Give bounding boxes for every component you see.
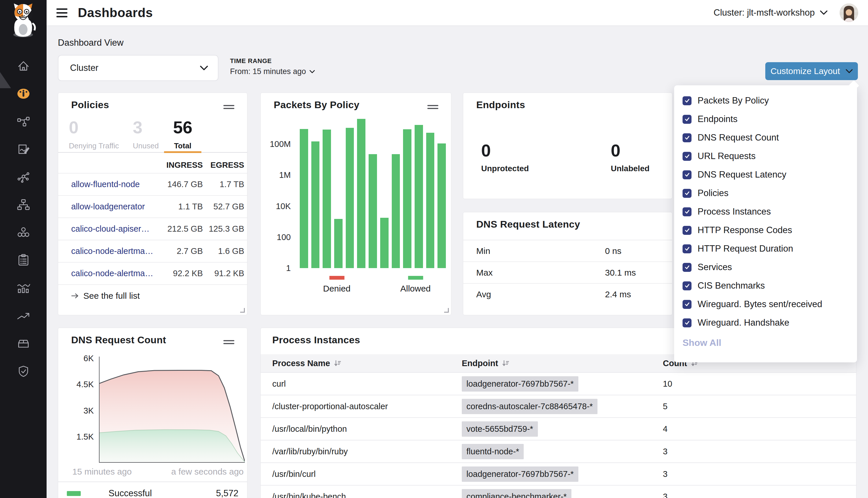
checkbox-checked-icon[interactable] bbox=[683, 263, 691, 272]
dropdown-item-10[interactable]: CIS Benchmarks bbox=[674, 276, 857, 295]
see-full-list-label: See the full list bbox=[83, 291, 140, 301]
divider bbox=[58, 152, 247, 153]
policy-link[interactable]: allow-loadgenerator bbox=[71, 202, 159, 211]
card-title: Endpoints bbox=[476, 99, 525, 110]
checkbox-checked-icon[interactable] bbox=[683, 115, 691, 124]
dropdown-item-7[interactable]: HTTP Response Codes bbox=[674, 221, 857, 239]
cluster-selector[interactable]: Cluster: jlt-msft-workshop bbox=[713, 8, 828, 18]
area-chart bbox=[99, 357, 245, 463]
sidebar-item-workloads[interactable] bbox=[0, 219, 47, 246]
y-tick: 4.5K bbox=[76, 380, 94, 389]
latency-value: 2.4 ms bbox=[605, 289, 631, 299]
dropdown-item-3[interactable]: URL Requests bbox=[674, 147, 857, 166]
checkbox-checked-icon[interactable] bbox=[683, 133, 691, 142]
endpoint-chip: loadgenerator-7697bb7567-* bbox=[462, 376, 578, 392]
allowed-bar bbox=[380, 218, 389, 268]
policy-link[interactable]: allow-fluentd-node bbox=[71, 180, 159, 189]
checkbox-checked-icon[interactable] bbox=[683, 244, 691, 253]
dropdown-item-5[interactable]: Policies bbox=[674, 184, 857, 202]
sort-icon[interactable] bbox=[334, 359, 341, 367]
dashboard-view-select[interactable]: Cluster bbox=[58, 55, 218, 81]
card-menu-icon[interactable] bbox=[427, 103, 440, 111]
time-range-control[interactable]: TIME RANGE From: 15 minutes ago bbox=[230, 57, 315, 76]
show-all-button[interactable]: Show All bbox=[683, 338, 721, 348]
column-header-process-name[interactable]: Process Name bbox=[272, 358, 341, 368]
x-label-end: a few seconds ago bbox=[171, 467, 244, 476]
policies-tab-total[interactable]: 56Total bbox=[164, 119, 202, 150]
sidebar-item-dashboards[interactable] bbox=[0, 80, 47, 108]
resize-handle[interactable] bbox=[444, 308, 449, 313]
policy-row: calico-cloud-apiserver-…212.5 GB125.3 GB bbox=[58, 218, 247, 240]
dropdown-item-9[interactable]: Services bbox=[674, 258, 857, 276]
service-graph-icon bbox=[16, 114, 31, 129]
policy-row: allow-fluentd-node146.7 GB1.7 TB bbox=[58, 173, 247, 195]
sidebar-item-policies[interactable] bbox=[0, 135, 47, 163]
policy-link[interactable]: calico-node-alertmana… bbox=[71, 268, 159, 278]
checkbox-checked-icon[interactable] bbox=[683, 189, 691, 198]
checkbox-checked-icon[interactable] bbox=[683, 207, 691, 216]
sidebar-item-alerts-trend[interactable] bbox=[0, 302, 47, 330]
policies-table: INGRESSEGRESSallow-fluentd-node146.7 GB1… bbox=[58, 157, 247, 306]
dropdown-item-12[interactable]: Wireguard. Handshake bbox=[674, 314, 857, 332]
sidebar-item-endpoints-tree[interactable] bbox=[0, 191, 47, 219]
active-tab-underline bbox=[164, 151, 202, 153]
checkbox-checked-icon[interactable] bbox=[683, 281, 691, 290]
checkbox-checked-icon[interactable] bbox=[683, 226, 691, 235]
sidebar-item-home[interactable] bbox=[0, 52, 47, 80]
egress-value: 52.7 GB bbox=[203, 202, 244, 211]
y-tick: 1M bbox=[279, 170, 291, 180]
y-tick: 1 bbox=[286, 263, 291, 273]
policy-link[interactable]: calico-cloud-apiserver-… bbox=[71, 224, 159, 234]
time-range-value: From: 15 minutes ago bbox=[230, 67, 306, 76]
column-header-egress[interactable]: EGRESS bbox=[203, 160, 244, 170]
sidebar-item-manage-storage[interactable] bbox=[0, 330, 47, 357]
dropdown-item-2[interactable]: DNS Request Count bbox=[674, 128, 857, 147]
endpoint-cell: fluentd-node-* bbox=[462, 444, 524, 459]
count-cell: 4 bbox=[663, 424, 668, 434]
latency-label: Min bbox=[476, 246, 490, 256]
card-menu-icon[interactable] bbox=[223, 338, 236, 346]
column-header-endpoint[interactable]: Endpoint bbox=[462, 358, 509, 368]
checkbox-checked-icon[interactable] bbox=[683, 170, 691, 179]
user-avatar[interactable] bbox=[840, 3, 858, 22]
policies-tab-unused[interactable]: 3Unused bbox=[133, 119, 166, 150]
y-tick: 1.5K bbox=[76, 432, 94, 441]
checkbox-checked-icon[interactable] bbox=[683, 300, 691, 309]
checkbox-checked-icon[interactable] bbox=[683, 318, 691, 327]
dropdown-item-11[interactable]: Wireguard. Bytes sent/received bbox=[674, 295, 857, 314]
dropdown-item-label: Endpoints bbox=[698, 114, 738, 124]
sidebar-item-service-graph[interactable] bbox=[0, 108, 47, 135]
section-label: Dashboard View bbox=[58, 38, 124, 48]
page-title: Dashboards bbox=[78, 5, 153, 20]
allowed-bar bbox=[311, 141, 320, 268]
dropdown-item-label: Packets By Policy bbox=[698, 95, 769, 106]
dropdown-item-6[interactable]: Process Instances bbox=[674, 202, 857, 221]
column-header-ingress[interactable]: INGRESS bbox=[159, 160, 203, 170]
dropdown-item-1[interactable]: Endpoints bbox=[674, 110, 857, 128]
menu-toggle-icon[interactable] bbox=[56, 7, 73, 18]
allowed-bar bbox=[415, 125, 423, 268]
policies-tab-denying-traffic[interactable]: 0Denying Traffic bbox=[69, 119, 127, 150]
checkbox-checked-icon[interactable] bbox=[683, 96, 691, 105]
checkbox-checked-icon[interactable] bbox=[683, 152, 691, 161]
successful-area bbox=[99, 430, 245, 463]
sidebar-item-threat-defense[interactable] bbox=[0, 357, 47, 385]
allowed-bar bbox=[438, 143, 446, 268]
sidebar-item-flow-visualizations[interactable] bbox=[0, 163, 47, 191]
see-full-list-link[interactable]: See the full list bbox=[71, 291, 159, 301]
dropdown-item-label: Process Instances bbox=[698, 207, 771, 217]
customize-layout-button[interactable]: Customize Layout bbox=[765, 62, 858, 80]
sort-icon[interactable] bbox=[502, 359, 509, 367]
sidebar-item-compliance-reports[interactable] bbox=[0, 246, 47, 274]
dropdown-item-4[interactable]: DNS Request Latency bbox=[674, 166, 857, 184]
dropdown-item-label: Services bbox=[698, 262, 732, 272]
sidebar-item-activity-metrics[interactable] bbox=[0, 274, 47, 302]
card-menu-icon[interactable] bbox=[223, 103, 236, 111]
process-row: /usr/bin/kube-benchcompliance-benchmarke… bbox=[261, 485, 856, 498]
dropdown-item-0[interactable]: Packets By Policy bbox=[674, 91, 857, 110]
dropdown-item-8[interactable]: HTTP Request Duration bbox=[674, 239, 857, 258]
resize-handle[interactable] bbox=[240, 308, 245, 313]
tab-label: Total bbox=[164, 141, 202, 150]
policy-link[interactable]: calico-node-alertmana… bbox=[71, 246, 159, 256]
process-name-cell: /usr/bin/kube-bench bbox=[272, 492, 346, 498]
